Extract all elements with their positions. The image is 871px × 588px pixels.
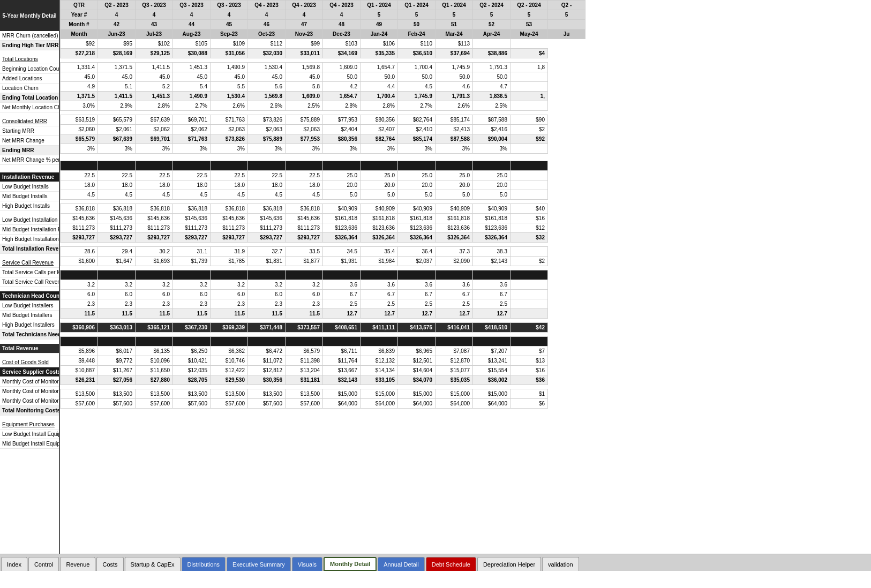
cell-r46-c9: $15,000 [398,389,435,399]
cell-r14-c9: 3% [398,144,435,154]
tab-costs[interactable]: Costs [96,557,123,571]
cell-r43-c9: $34,070 [398,375,435,385]
cell-r12-c5: $2,063 [248,125,286,134]
tab-annual-detail[interactable]: Annual Detail [378,557,424,571]
row-label: High Budget Installs [0,201,59,211]
cell-r32-c6: 6.0 [286,290,323,299]
cell-r32-c8: 6.7 [361,290,398,299]
header-cell-r3-c9: Feb-24 [398,29,435,39]
cell-r33-c7: 2.5 [323,299,361,309]
table-row: 4.54.54.54.54.54.54.55.05.05.05.05.0 [61,190,585,200]
cell-r12-c8: $2,407 [361,125,398,134]
cell-r36-c4: $369,339 [211,323,248,333]
cell-r0-c11 [473,39,510,49]
cell-r19-c6: 4.5 [286,190,323,200]
cell-r21-c10: $40,909 [435,204,473,214]
header-cell-r1-c8: 5 [361,10,398,20]
cell-r12-c3: $2,062 [173,125,211,134]
row-label: Net Monthly Location Change % [0,103,59,112]
cell-r1-c1: $28,169 [98,49,136,58]
cell-r6-c12 [510,82,548,92]
cell-r21-c5: $36,818 [248,204,286,214]
cell-r19-c0: 4.5 [61,190,98,200]
cell-r41-c1: $9,772 [98,356,136,366]
cell-r39-c12 [510,337,548,346]
row-label: Equipment Purchases [0,420,59,429]
header-cell-r3-c13: Ju [548,29,585,39]
cell-r11-c6: $75,889 [286,115,323,125]
tab-distributions[interactable]: Distributions [182,557,226,571]
cell-r34-c8: 12.7 [361,309,398,319]
cell-r4-c4: 1,490.9 [211,63,248,72]
cell-r5-c6: 45.0 [286,72,323,82]
cell-r17-c10: 25.0 [435,171,473,180]
tab-executive-summary[interactable]: Executive Summary [227,557,291,571]
cell-r40-c2: $6,135 [136,346,173,356]
cell-r36-c12: $42 [510,323,548,333]
header-cell-r1-c3: 4 [173,10,211,20]
cell-r7-c3: 1,490.9 [173,92,211,101]
cell-r32-c3: 6.0 [173,290,211,299]
cell-r28-c2: $1,693 [136,257,173,266]
header-cell-r3-c7: Dec-23 [323,29,361,39]
header-cell-r1-c0: Year # [61,10,98,20]
cell-r22-c6: $145,636 [286,214,323,223]
header-cell-r2-c0: Month # [61,20,98,29]
cell-r46-c7: $15,000 [323,389,361,399]
row-label: Installation Revenue [0,172,59,182]
cell-r16-c9 [398,161,435,171]
header-cell-r0-c6: Q4 - 2023 [286,1,323,10]
cell-r30-c9 [398,270,435,280]
tab-revenue[interactable]: Revenue [60,557,95,571]
tab-validation[interactable]: validation [542,557,579,571]
tab-debt-schedule[interactable]: Debt Schedule [426,557,476,571]
table-row [61,337,585,346]
cell-r7-c4: 1,530.4 [211,92,248,101]
tab-monthly-detail[interactable]: Monthly Detail [324,557,377,571]
cell-r40-c4: $6,362 [211,346,248,356]
cell-r31-c11: 3.6 [473,280,510,290]
cell-r14-c11: 3% [473,144,510,154]
row-label [0,211,59,215]
cell-r5-c10: 50.0 [435,72,473,82]
cell-r36-c0: $360,906 [61,323,98,333]
cell-r40-c5: $6,472 [248,346,286,356]
cell-r16-c8 [361,161,398,171]
cell-r4-c5: 1,530.4 [248,63,286,72]
cell-r33-c6: 2.3 [286,299,323,309]
cell-r22-c5: $145,636 [248,214,286,223]
cell-r18-c10: 20.0 [435,180,473,190]
cell-r43-c10: $35,035 [435,375,473,385]
cell-r16-c4 [211,161,248,171]
tab-visuals[interactable]: Visuals [292,557,322,571]
cell-r21-c4: $36,818 [211,204,248,214]
table-row: 2.32.32.32.32.32.32.32.52.52.52.52.5 [61,299,585,309]
cell-r24-c3: $293,727 [173,233,211,243]
cell-r14-c12 [510,144,548,154]
header-cell-r0-c5: Q4 - 2023 [248,1,286,10]
tab-depreciation-helper[interactable]: Depreciation Helper [477,557,541,571]
cell-r27-c12 [510,247,548,257]
cell-r23-c7: $123,636 [323,223,361,233]
cell-r16-c7 [323,161,361,171]
header-cell-r2-c11: 52 [473,20,510,29]
table-row: $10,887$11,267$11,650$12,035$12,422$12,8… [61,366,585,375]
cell-r5-c0: 45.0 [61,72,98,82]
cell-r13-c2: $69,701 [136,134,173,144]
cell-r43-c11: $36,002 [473,375,510,385]
header-cell-r3-c12: May-24 [510,29,548,39]
header-cell-r0-c0: QTR [61,1,98,10]
row-label [0,287,59,291]
tab-control[interactable]: Control [28,557,59,571]
cell-r27-c0: 28.6 [61,247,98,257]
tab-startup-&-capex[interactable]: Startup & CapEx [125,557,181,571]
cell-r16-c6 [286,161,323,171]
tab-index[interactable]: Index [1,557,27,571]
cell-r14-c8: 3% [361,144,398,154]
cell-r41-c9: $12,501 [398,356,435,366]
cell-r42-c11: $15,554 [473,366,510,375]
header-cell-r3-c10: Mar-24 [435,29,473,39]
header-cell-r0-c3: Q3 - 2023 [173,1,211,10]
cell-r16-c5 [248,161,286,171]
row-label: Total Technicians Needed [0,330,59,340]
